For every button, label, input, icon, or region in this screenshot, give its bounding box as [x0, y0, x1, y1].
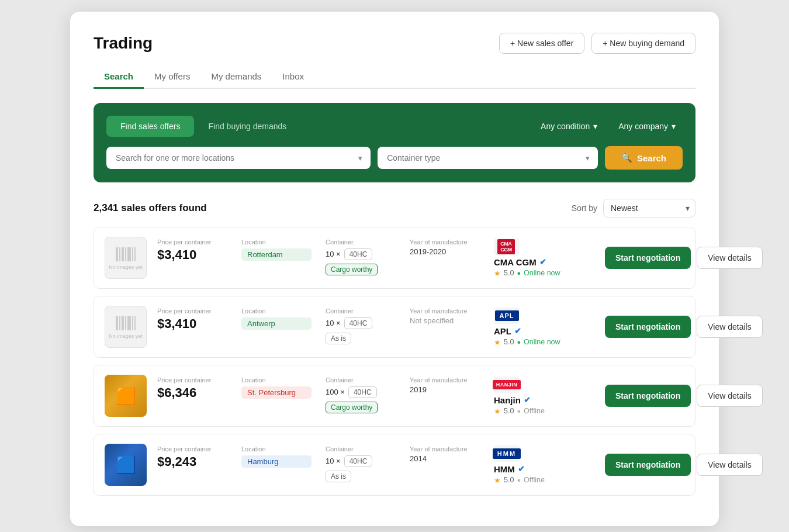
listings-container: No images yet Price per container $3,410… [94, 227, 695, 496]
year-section-2: Year of manufacture Not specified [410, 308, 480, 325]
container-section-1: Container 10 × 40HC Cargo worthy [326, 239, 396, 275]
listing-row: No images yet Price per container $3,410… [94, 227, 695, 289]
location-section-2: Location Antwerp [241, 308, 312, 330]
app-container: Trading + New sales offer + New buying d… [70, 12, 719, 526]
verified-icon-4: ✔ [518, 464, 525, 474]
tab-my-offers[interactable]: My offers [144, 65, 200, 89]
search-button[interactable]: 🔍 Search [605, 146, 683, 170]
condition-filter[interactable]: Any condition ▾ [534, 117, 604, 136]
tab-inbox[interactable]: Inbox [272, 65, 314, 89]
container-label-2: Container [326, 308, 396, 315]
container-label-3: Container [326, 376, 396, 384]
svg-rect-5 [132, 247, 133, 261]
svg-rect-9 [122, 316, 124, 330]
start-negotiation-button-1[interactable]: Start negotiation [605, 247, 691, 269]
svg-rect-6 [134, 247, 136, 261]
header-row: Trading + New sales offer + New buying d… [94, 33, 695, 54]
search-btn-icon: 🔍 [621, 153, 632, 163]
container-info-2: 10 × 40HC As is [326, 317, 396, 344]
year-value-2: Not specified [410, 316, 480, 325]
location-badge-1: Rotterdam [241, 248, 312, 261]
container-condition-1: Cargo worthy [326, 264, 378, 275]
svg-rect-12 [132, 316, 133, 330]
tab-search[interactable]: Search [94, 65, 144, 89]
container-section-3: Container 100 × 40HC Cargo worthy [326, 376, 396, 413]
company-rating-2: ★ 5.0 ● Online now [494, 338, 587, 347]
company-logo-4: HMM [494, 445, 520, 462]
status-label-4: Offline [524, 476, 545, 484]
tab-my-demands[interactable]: My demands [200, 65, 272, 89]
location-search-input[interactable] [106, 147, 371, 169]
status-dot-4: ● [517, 476, 521, 483]
company-rating-4: ★ 5.0 ● Offline [494, 476, 587, 485]
company-rating-3: ★ 5.0 ● Offline [494, 407, 587, 416]
rating-value-4: 5.0 [504, 476, 514, 484]
svg-rect-1 [119, 247, 120, 261]
find-buying-tab[interactable]: Find buying demands [194, 116, 300, 137]
card-image-4: 🟦 [105, 444, 147, 486]
container-qty-3: 100 × [326, 388, 345, 396]
location-label-4: Location [241, 445, 312, 452]
new-sales-offer-button[interactable]: + New sales offer [499, 33, 584, 54]
svg-rect-4 [127, 247, 131, 261]
price-label-4: Price per container [157, 445, 227, 452]
location-badge-2: Antwerp [241, 317, 312, 330]
price-label-2: Price per container [157, 308, 227, 315]
card-actions-2: Start negotiation View details [605, 316, 763, 338]
results-count: 2,341 sales offers found [94, 202, 207, 214]
year-section-3: Year of manufacture 2019 [410, 376, 480, 394]
svg-rect-13 [134, 316, 136, 330]
start-negotiation-button-2[interactable]: Start negotiation [605, 316, 691, 338]
view-details-button-3[interactable]: View details [697, 385, 762, 407]
container-qty-2: 10 × [326, 319, 341, 327]
year-value-1: 2019-2020 [410, 247, 480, 256]
star-icon-3: ★ [494, 407, 501, 416]
company-name-row-3: Hanjin ✔ [494, 395, 587, 405]
container-qty-1: 10 × [326, 250, 341, 258]
star-icon-1: ★ [494, 269, 501, 278]
price-section-1: Price per container $3,410 [157, 239, 227, 262]
location-badge-3: St. Petersburg [241, 386, 312, 399]
sort-select-wrap: Newest Oldest Price: Low to High Price: … [603, 199, 695, 217]
panel-filters: Any condition ▾ Any company ▾ [534, 117, 683, 136]
status-label-1: Online now [524, 269, 560, 277]
card-actions-1: Start negotiation View details [605, 247, 763, 269]
no-image-text-2: No images yet [109, 333, 143, 339]
company-section-2: APL APL ✔ ★ 5.0 ● Online now [494, 308, 587, 347]
company-section-4: HMM HMM ✔ ★ 5.0 ● Offline [494, 445, 587, 485]
location-badge-4: Hamburg [241, 455, 312, 468]
new-buying-demand-button[interactable]: + New buying demand [591, 33, 695, 54]
company-filter[interactable]: Any company ▾ [611, 117, 683, 136]
location-chevron-icon: ▾ [358, 154, 362, 163]
svg-rect-10 [125, 316, 126, 330]
start-negotiation-button-4[interactable]: Start negotiation [605, 454, 691, 476]
company-name-2: APL [494, 326, 511, 336]
verified-icon-1: ✔ [539, 257, 546, 267]
view-details-button-4[interactable]: View details [697, 454, 762, 476]
year-section-1: Year of manufacture 2019-2020 [410, 239, 480, 256]
card-image-3: 🟧 [105, 375, 147, 417]
results-header: 2,341 sales offers found Sort by Newest … [94, 199, 695, 217]
company-name-3: Hanjin [494, 395, 521, 405]
start-negotiation-button-3[interactable]: Start negotiation [605, 385, 691, 407]
view-details-button-1[interactable]: View details [697, 247, 762, 269]
container-condition-2: As is [326, 333, 351, 344]
company-logo-3: HANJIN [494, 376, 520, 393]
year-label-2: Year of manufacture [410, 308, 480, 315]
container-type-chevron-icon: ▾ [586, 154, 590, 163]
company-chevron-icon: ▾ [672, 122, 676, 131]
sort-select[interactable]: Newest Oldest Price: Low to High Price: … [603, 199, 695, 217]
year-section-4: Year of manufacture 2014 [410, 445, 480, 463]
location-section-4: Location Hamburg [241, 445, 312, 468]
rating-value-1: 5.0 [504, 269, 514, 277]
find-sales-tab[interactable]: Find sales offers [106, 116, 194, 137]
card-actions-3: Start negotiation View details [605, 385, 763, 407]
company-section-3: HANJIN Hanjin ✔ ★ 5.0 ● Offline [494, 376, 587, 416]
location-label-3: Location [241, 376, 312, 384]
sort-wrap: Sort by Newest Oldest Price: Low to High… [572, 199, 695, 217]
listing-row: 🟦 Price per container $9,243 Location Ha… [94, 434, 695, 496]
view-details-button-2[interactable]: View details [697, 316, 762, 338]
container-type-input[interactable] [378, 147, 598, 169]
price-4: $9,243 [157, 454, 227, 469]
container-yellow-image: 🟧 [105, 375, 147, 417]
